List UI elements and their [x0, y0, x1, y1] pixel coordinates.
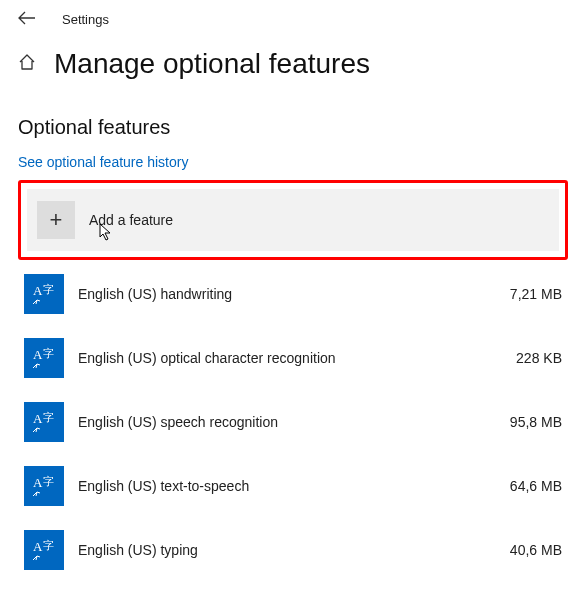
- feature-size: 95,8 MB: [482, 414, 562, 430]
- language-icon: A 字: [24, 338, 64, 378]
- svg-text:字: 字: [43, 539, 54, 551]
- feature-label: English (US) handwriting: [78, 286, 482, 302]
- language-icon: A 字: [24, 466, 64, 506]
- feature-item[interactable]: A 字 English (US) speech recognition 95,8…: [24, 402, 562, 442]
- language-icon: A 字: [24, 530, 64, 570]
- page-title: Manage optional features: [54, 48, 370, 80]
- highlight-annotation: + Add a feature: [18, 180, 568, 260]
- feature-label: English (US) speech recognition: [78, 414, 482, 430]
- svg-text:A: A: [33, 475, 43, 490]
- language-icon: A 字: [24, 274, 64, 314]
- section-title: Optional features: [18, 116, 568, 139]
- svg-text:字: 字: [43, 347, 54, 359]
- svg-text:字: 字: [43, 475, 54, 487]
- svg-text:A: A: [33, 283, 43, 298]
- feature-size: 228 KB: [482, 350, 562, 366]
- feature-item[interactable]: A 字 English (US) text-to-speech 64,6 MB: [24, 466, 562, 506]
- language-icon: A 字: [24, 402, 64, 442]
- feature-list: A 字 English (US) handwriting 7,21 MB A 字…: [18, 274, 568, 570]
- svg-text:A: A: [33, 411, 43, 426]
- svg-text:字: 字: [43, 411, 54, 423]
- feature-item[interactable]: A 字 English (US) optical character recog…: [24, 338, 562, 378]
- add-feature-label: Add a feature: [89, 212, 173, 228]
- svg-text:A: A: [33, 539, 43, 554]
- svg-text:字: 字: [43, 283, 54, 295]
- feature-item[interactable]: A 字 English (US) typing 40,6 MB: [24, 530, 562, 570]
- back-button[interactable]: [18, 10, 36, 28]
- history-link[interactable]: See optional feature history: [18, 154, 188, 170]
- add-feature-button[interactable]: + Add a feature: [27, 189, 559, 251]
- app-title: Settings: [62, 12, 109, 27]
- feature-label: English (US) text-to-speech: [78, 478, 482, 494]
- feature-label: English (US) typing: [78, 542, 482, 558]
- page-title-row: Manage optional features: [0, 34, 586, 98]
- feature-size: 64,6 MB: [482, 478, 562, 494]
- feature-size: 40,6 MB: [482, 542, 562, 558]
- window-header: Settings: [0, 0, 586, 34]
- feature-size: 7,21 MB: [482, 286, 562, 302]
- feature-item[interactable]: A 字 English (US) handwriting 7,21 MB: [24, 274, 562, 314]
- plus-icon: +: [37, 201, 75, 239]
- home-icon[interactable]: [18, 53, 36, 76]
- feature-label: English (US) optical character recogniti…: [78, 350, 482, 366]
- arrow-left-icon: [18, 11, 36, 25]
- svg-text:A: A: [33, 347, 43, 362]
